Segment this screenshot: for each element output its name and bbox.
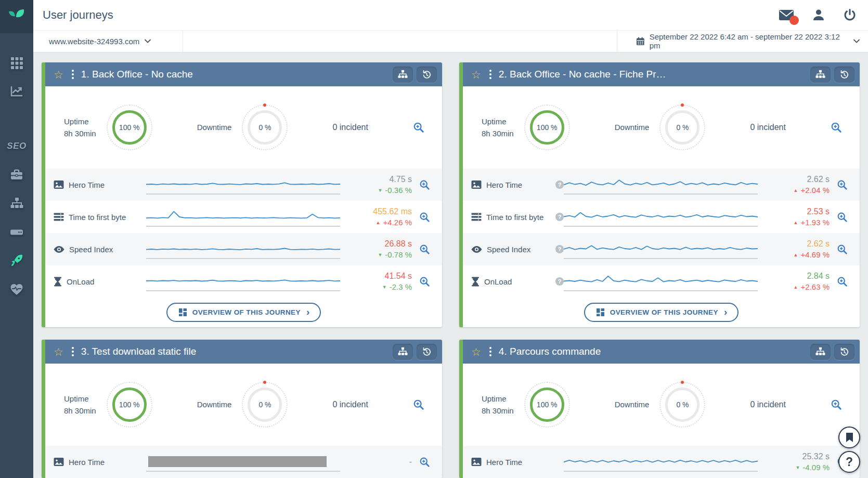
sidebar-item-dashboard[interactable]	[7, 56, 26, 70]
app-logo[interactable]	[0, 0, 33, 33]
metric-row-speed-index: Speed Index ? 2.62 s ▲+4.69 %	[463, 233, 860, 265]
kebab-menu-icon[interactable]	[72, 70, 74, 79]
zoom-metric-button[interactable]	[412, 244, 437, 255]
sidebar-item-servers[interactable]	[7, 225, 26, 239]
hero-time-sparkline	[564, 175, 758, 195]
metric-label: Time to first byte	[69, 213, 146, 222]
favorite-star-icon[interactable]: ☆	[471, 346, 481, 357]
downtime-value: 0 %	[676, 401, 689, 409]
sidebar-item-analytics[interactable]	[7, 85, 26, 98]
uptime-duration: 8h 30min	[64, 405, 96, 417]
zoom-metric-button[interactable]	[412, 457, 437, 468]
sidebar-item-health[interactable]	[7, 282, 26, 296]
overview-journey-label: OVERVIEW OF THIS JOURNEY	[610, 308, 718, 316]
help-icon[interactable]: ?	[555, 213, 564, 221]
kebab-menu-icon[interactable]	[489, 347, 491, 356]
image-icon	[471, 457, 482, 467]
delta-arrow-icon: ▼	[378, 252, 382, 257]
top-header: User journeys	[33, 0, 868, 31]
history-button[interactable]	[417, 67, 437, 83]
magnifier-plus-icon	[837, 244, 848, 255]
metric-value: 455.62 ms	[373, 207, 412, 216]
zoom-availability-button[interactable]	[831, 399, 842, 410]
metric-value: 26.88 s	[385, 239, 412, 249]
image-icon	[471, 180, 482, 189]
zoom-metric-button[interactable]	[830, 212, 854, 223]
uptime-gauge: 100 %	[524, 105, 570, 150]
downtime-gauge-group: Downtime 0 %	[197, 382, 288, 428]
favorite-star-icon[interactable]: ☆	[471, 69, 481, 80]
sidebar-item-journeys[interactable]	[7, 197, 26, 210]
downtime-gauge-group: Downtime 0 %	[615, 105, 706, 150]
metric-delta: -2.3 %	[390, 282, 412, 291]
zoom-metric-button[interactable]	[412, 276, 437, 287]
scenario-steps-button[interactable]	[393, 67, 413, 83]
messages-button[interactable]	[779, 9, 794, 21]
chevron-down-icon	[853, 39, 860, 43]
history-button[interactable]	[834, 67, 854, 83]
zoom-availability-button[interactable]	[413, 122, 424, 133]
metric-delta: -0.36 %	[385, 186, 412, 195]
sidebar-item-seo[interactable]: SEO	[7, 139, 26, 153]
zoom-metric-button[interactable]	[830, 276, 854, 287]
sidebar: SEO	[0, 0, 33, 478]
onload-sparkline	[564, 272, 758, 291]
magnifier-plus-icon	[419, 212, 430, 223]
downtime-value: 0 %	[258, 401, 271, 409]
rocket-icon	[10, 254, 23, 267]
zoom-metric-button[interactable]	[830, 244, 854, 255]
uptime-label: Uptime	[482, 115, 514, 127]
help-icon[interactable]: ?	[555, 277, 564, 286]
zoom-metric-button[interactable]	[830, 179, 854, 190]
scenario-steps-button[interactable]	[810, 344, 831, 360]
metric-delta: -4.09 %	[802, 463, 830, 472]
history-button[interactable]	[834, 344, 854, 360]
magnifier-plus-icon	[837, 179, 848, 190]
sidebar-item-user-journeys-active[interactable]	[7, 254, 26, 267]
date-range-selector[interactable]: September 22 2022 6:42 am - september 22…	[617, 31, 868, 52]
help-icon[interactable]: ?	[555, 245, 564, 253]
overview-journey-button[interactable]: OVERVIEW OF THIS JOURNEY ›	[166, 303, 321, 322]
logout-button[interactable]	[843, 8, 857, 22]
zoom-availability-button[interactable]	[413, 399, 424, 410]
delta-arrow-icon: ▼	[378, 188, 382, 193]
metric-row-onload: OnLoad ? 2.84 s ▲+2.63 %	[463, 265, 860, 298]
onload-sparkline	[146, 272, 340, 291]
scenario-steps-button[interactable]	[810, 67, 831, 83]
sidebar-item-toolbox[interactable]	[7, 168, 26, 182]
overview-journey-label: OVERVIEW OF THIS JOURNEY	[192, 308, 301, 316]
metric-row-ttfb: Time to first byte ? 2.53 s ▲+1.93 %	[463, 201, 860, 233]
journey-card-3-header: ☆ 3. Test download static file	[45, 340, 442, 364]
speed-index-sparkline	[564, 239, 758, 259]
help-icon[interactable]: ?	[555, 180, 564, 189]
metric-row-hero-time: Hero Time 25.32 s ▼-4.09 %	[463, 446, 860, 478]
metric-value: 2.84 s	[807, 272, 830, 281]
journey-card-4: ☆ 4. Parcours commande Uptime 8h 30mi	[459, 340, 860, 478]
kebab-menu-icon[interactable]	[72, 347, 74, 356]
overview-journey-button[interactable]: OVERVIEW OF THIS JOURNEY ›	[584, 303, 739, 322]
metric-delta: +2.63 %	[801, 282, 830, 291]
hero-time-sparkline	[146, 175, 340, 195]
downtime-gauge: 0 %	[659, 105, 705, 150]
help-button[interactable]: ?	[838, 451, 860, 473]
history-icon	[422, 347, 432, 357]
account-button[interactable]	[812, 8, 825, 22]
favorite-star-icon[interactable]: ☆	[54, 69, 63, 80]
site-selector[interactable]: www.website-324993.com	[33, 31, 183, 52]
metric-delta: +1.93 %	[801, 218, 830, 227]
metric-label: Time to first byte	[486, 213, 551, 222]
availability-section: Uptime 8h 30min 100 % Downtime 0 % 0 inc…	[45, 364, 442, 446]
metric-delta: -0.78 %	[385, 250, 412, 259]
history-button[interactable]	[417, 344, 437, 360]
magnifier-plus-icon	[413, 122, 424, 133]
scenario-steps-button[interactable]	[393, 344, 413, 360]
magnifier-plus-icon	[831, 399, 842, 410]
zoom-metric-button[interactable]	[412, 179, 437, 190]
favorite-star-icon[interactable]: ☆	[54, 346, 63, 357]
zoom-availability-button[interactable]	[831, 122, 842, 133]
bookmark-button[interactable]	[838, 427, 860, 448]
zoom-metric-button[interactable]	[412, 212, 437, 223]
kebab-menu-icon[interactable]	[489, 70, 491, 79]
uptime-gauge: 100 %	[524, 382, 570, 428]
calendar-icon	[636, 37, 645, 46]
